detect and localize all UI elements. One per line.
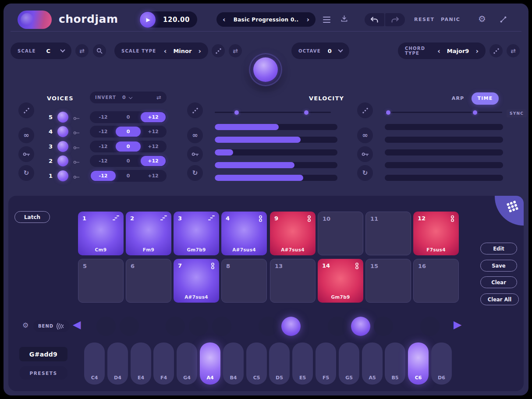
black-key[interactable] [259, 317, 278, 336]
pad-16[interactable]: 16 [413, 259, 459, 303]
white-key[interactable]: C4 [84, 343, 105, 385]
chevron-right-icon[interactable]: › [475, 47, 479, 55]
chord-type-shuffle-button[interactable]: ⇄ [507, 44, 520, 57]
transpose-option[interactable]: 0 [116, 112, 141, 122]
key-link-icon[interactable] [73, 129, 80, 137]
white-key[interactable]: D5 [269, 343, 290, 385]
invert-control[interactable]: INVERT 0 ⇄ [90, 92, 167, 103]
pad-15[interactable]: 15 [365, 259, 411, 303]
octave-left-arrow[interactable]: ◀ [73, 319, 81, 330]
white-key[interactable]: C6 [408, 343, 429, 385]
download-icon[interactable] [340, 15, 348, 24]
black-key[interactable] [96, 317, 116, 336]
scale-type-shuffle-button[interactable]: ⇄ [229, 44, 242, 57]
pad-10[interactable]: 10 [318, 212, 363, 255]
octave-selector[interactable]: OCTAVE 0 [291, 42, 349, 59]
black-key[interactable] [166, 317, 185, 336]
pad-5[interactable]: 5 [78, 259, 124, 303]
transpose-option[interactable]: -12 [91, 141, 116, 152]
transpose-option[interactable]: -12 [91, 171, 116, 181]
pad-8[interactable]: 8 [221, 259, 267, 303]
pad-14[interactable]: 14 Gm7b9 [318, 259, 363, 303]
clear-all-button[interactable]: Clear All [480, 293, 519, 305]
scale-selector[interactable]: SCALE C [11, 42, 71, 59]
white-key[interactable]: A5 [362, 343, 383, 385]
chord-type-random-button[interactable] [489, 44, 503, 57]
keyboard-gear-icon[interactable]: ⚙ [22, 322, 28, 329]
voice-toggle[interactable] [57, 141, 68, 152]
velocity-reset-button[interactable]: ↻ [187, 165, 203, 181]
velocity-range-slider[interactable] [215, 112, 331, 113]
chevron-right-icon[interactable]: › [198, 47, 201, 55]
scale-shuffle-button[interactable]: ⇄ [75, 44, 89, 57]
time-range-slider[interactable] [385, 112, 502, 113]
pad-1[interactable]: 1 Cm9 [78, 212, 124, 255]
bpm-display[interactable]: 120.00 [156, 16, 197, 24]
velocity-bar[interactable] [215, 137, 337, 143]
chevron-right-icon[interactable]: › [306, 15, 309, 24]
white-key[interactable]: G5 [339, 343, 359, 385]
tab-time[interactable]: TIME [472, 92, 499, 105]
white-key[interactable]: G4 [177, 343, 197, 385]
transpose-option[interactable]: 0 [116, 141, 141, 152]
white-key[interactable]: B4 [223, 343, 244, 385]
white-key[interactable]: E5 [292, 343, 313, 385]
black-key[interactable] [351, 317, 370, 336]
time-key-lock-button[interactable] [357, 146, 373, 162]
time-randomize-button[interactable] [357, 102, 373, 118]
white-key[interactable]: F4 [153, 343, 174, 385]
pad-11[interactable]: 11 [365, 212, 411, 255]
time-reset-button[interactable]: ↻ [357, 165, 373, 181]
transpose-option[interactable]: +12 [141, 112, 166, 122]
velocity-bar[interactable] [215, 162, 337, 168]
velocity-randomize-button[interactable] [187, 102, 203, 118]
transpose-option[interactable]: -12 [91, 156, 116, 166]
white-key[interactable]: A4 [200, 343, 220, 385]
time-bar[interactable] [385, 175, 503, 181]
black-key[interactable] [281, 317, 301, 336]
time-bar[interactable] [385, 162, 503, 168]
transpose-option[interactable]: 0 [116, 127, 141, 137]
presets-button[interactable]: PRESETS [19, 366, 67, 380]
black-key[interactable] [212, 317, 231, 336]
pad-6[interactable]: 6 [126, 259, 171, 303]
time-bar[interactable] [385, 149, 503, 155]
black-key[interactable] [328, 317, 347, 336]
transpose-option[interactable]: +12 [141, 171, 166, 181]
panic-button[interactable]: PANIC [441, 17, 460, 22]
clear-button[interactable]: Clear [480, 276, 517, 288]
voice-toggle[interactable] [57, 155, 68, 166]
scale-search-button[interactable] [93, 44, 106, 57]
redo-button[interactable] [385, 13, 405, 26]
sync-toggle[interactable]: SYNC [507, 109, 527, 117]
key-link-icon[interactable] [73, 144, 80, 152]
key-link-icon[interactable] [73, 158, 80, 166]
randomize-all-icon[interactable] [500, 16, 507, 25]
save-button[interactable]: Save [480, 260, 517, 272]
chord-knob[interactable] [249, 53, 282, 86]
chevron-left-icon[interactable]: ‹ [223, 15, 226, 24]
preset-selector[interactable]: ‹ Basic Progression 0.. › [216, 12, 316, 27]
black-key[interactable] [120, 317, 139, 336]
undo-button[interactable] [365, 13, 384, 26]
edit-button[interactable]: Edit [480, 243, 517, 254]
range-handle[interactable] [234, 110, 239, 115]
transpose-option[interactable]: -12 [91, 112, 116, 122]
white-key[interactable]: D6 [431, 343, 452, 385]
white-key[interactable]: F5 [316, 343, 336, 385]
white-key[interactable]: E4 [131, 343, 151, 385]
white-key[interactable]: C5 [246, 343, 267, 385]
pad-2[interactable]: 2 Fm9 [126, 212, 171, 255]
voice-toggle[interactable] [57, 126, 68, 137]
shuffle-icon[interactable]: ⇄ [156, 95, 161, 100]
key-link-icon[interactable] [73, 173, 80, 181]
range-handle[interactable] [473, 110, 477, 115]
pad-3[interactable]: 3 Gm7b9 [174, 212, 219, 255]
black-key[interactable] [420, 317, 440, 336]
play-button[interactable]: ▶ [140, 12, 156, 28]
chevron-left-icon[interactable]: ‹ [164, 47, 167, 55]
chevron-left-icon[interactable]: ‹ [437, 47, 440, 55]
menu-icon[interactable] [323, 17, 330, 23]
time-bar[interactable] [385, 137, 503, 143]
pad-7[interactable]: 7 A#7sus4 [174, 259, 219, 303]
